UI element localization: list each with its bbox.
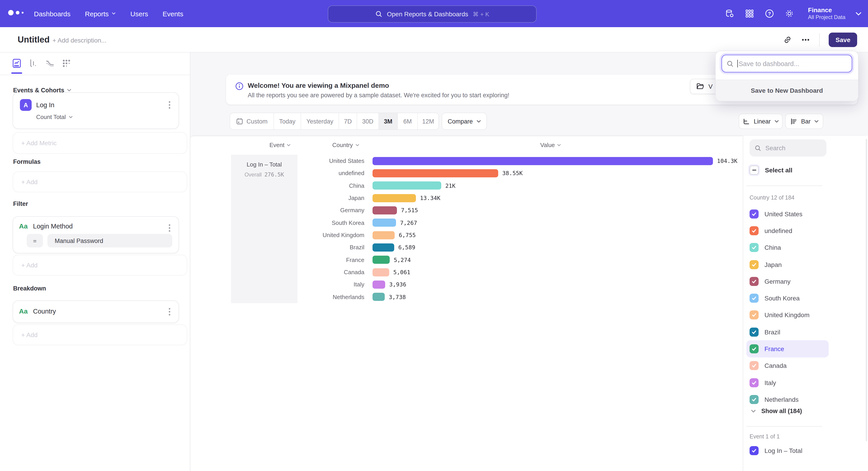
- filter-card[interactable]: Aa Login Method = Manual Password: [13, 216, 179, 254]
- mixpanel-logo-icon[interactable]: [8, 10, 24, 16]
- date-range-today[interactable]: Today: [274, 113, 301, 129]
- breakdown-kebab-icon[interactable]: [166, 306, 173, 318]
- scale-selector-button[interactable]: Linear: [739, 114, 782, 129]
- compare-button[interactable]: Compare: [442, 113, 487, 130]
- select-all-checkbox[interactable]: [749, 166, 758, 175]
- add-breakdown-button[interactable]: + Add: [13, 324, 187, 345]
- date-range-30d[interactable]: 30D: [357, 113, 379, 129]
- tab-flows[interactable]: [45, 58, 56, 69]
- country-checkbox[interactable]: [749, 344, 758, 353]
- bar-segment[interactable]: [373, 256, 390, 264]
- country-checkbox[interactable]: [749, 327, 758, 336]
- bar-segment[interactable]: [373, 194, 416, 202]
- country-checkbox[interactable]: [749, 361, 758, 370]
- save-dashboard-search-input[interactable]: Save to dashboard...: [721, 55, 852, 72]
- save-button[interactable]: Save: [829, 32, 857, 47]
- select-all-row[interactable]: Select all: [749, 166, 792, 175]
- country-checkbox[interactable]: [749, 209, 758, 218]
- nav-item-reports[interactable]: Reports: [85, 10, 116, 18]
- breakdown-card[interactable]: Aa Country: [13, 300, 179, 323]
- bar-category-label: undefined: [190, 170, 364, 177]
- date-range-yesterday[interactable]: Yesterday: [301, 113, 339, 129]
- share-link-icon[interactable]: [783, 35, 792, 44]
- metric-aggregation[interactable]: Count Total: [36, 114, 72, 120]
- filter-property[interactable]: Login Method: [33, 223, 73, 230]
- country-checkbox[interactable]: [749, 243, 758, 252]
- bar-segment[interactable]: [373, 206, 397, 214]
- filter-operator[interactable]: =: [27, 234, 43, 247]
- bar-segment[interactable]: [373, 281, 385, 289]
- bar-segment[interactable]: [373, 219, 396, 227]
- metric-card[interactable]: A Log In Count Total: [13, 92, 179, 129]
- bar-category-label: Netherlands: [190, 294, 364, 300]
- report-title[interactable]: Untitled: [18, 35, 50, 45]
- breakdown-property[interactable]: Country: [33, 308, 56, 315]
- country-checkbox[interactable]: [749, 378, 758, 387]
- column-header-event[interactable]: Event: [270, 142, 291, 148]
- country-checkbox[interactable]: [749, 311, 758, 320]
- bar-value-label: 7,267: [400, 219, 417, 226]
- view-sample-dataset-button[interactable]: V: [690, 79, 719, 94]
- date-range-custom[interactable]: Custom: [230, 113, 274, 129]
- filter-value[interactable]: Manual Password: [48, 234, 172, 247]
- bar-segment[interactable]: [373, 243, 394, 252]
- bar-segment[interactable]: [373, 293, 385, 301]
- add-formula-button[interactable]: + Add: [13, 172, 187, 192]
- nav-item-events[interactable]: Events: [162, 10, 183, 18]
- save-to-new-dashboard-button[interactable]: Save to New Dashboard: [716, 80, 858, 101]
- event-checkbox[interactable]: [749, 446, 758, 455]
- column-header-value[interactable]: Value: [540, 142, 561, 148]
- country-row-undefined[interactable]: undefined: [746, 223, 829, 239]
- tab-retention[interactable]: [61, 58, 72, 69]
- date-range-12m[interactable]: 12M: [418, 113, 438, 129]
- scrollbar[interactable]: [866, 139, 867, 441]
- apps-grid-icon[interactable]: [745, 8, 755, 19]
- country-row-brazil[interactable]: Brazil: [746, 324, 829, 341]
- project-switcher[interactable]: Finance All Project Data: [808, 6, 845, 21]
- add-metric-button[interactable]: + Add Metric: [13, 132, 187, 154]
- date-range-7d[interactable]: 7D: [339, 113, 357, 129]
- country-row-united-kingdom[interactable]: United Kingdom: [746, 307, 829, 324]
- help-icon[interactable]: ?: [765, 8, 775, 19]
- country-row-netherlands[interactable]: Netherlands: [746, 391, 829, 408]
- nav-item-users[interactable]: Users: [130, 10, 148, 18]
- country-row-italy[interactable]: Italy: [746, 374, 829, 391]
- project-chevron-down-icon[interactable]: [855, 11, 862, 16]
- show-all-toggle[interactable]: Show all (184): [751, 408, 802, 414]
- tab-funnels[interactable]: [28, 58, 39, 69]
- metric-kebab-icon[interactable]: [166, 99, 173, 111]
- event-checkbox-row[interactable]: Log In – Total: [749, 446, 802, 455]
- bar-segment[interactable]: [373, 169, 498, 177]
- country-checkbox[interactable]: [749, 260, 758, 269]
- country-row-canada[interactable]: Canada: [746, 357, 829, 374]
- country-row-france[interactable]: France: [746, 341, 829, 357]
- bar-segment[interactable]: [373, 182, 441, 190]
- country-row-united-states[interactable]: United States: [746, 205, 829, 223]
- country-row-china[interactable]: China: [746, 239, 829, 256]
- country-checkbox[interactable]: [749, 294, 758, 303]
- metric-event-name[interactable]: Log In: [36, 99, 55, 111]
- chart-type-button[interactable]: Bar: [785, 114, 823, 129]
- country-row-japan[interactable]: Japan: [746, 256, 829, 273]
- date-range-6m[interactable]: 6M: [398, 113, 418, 129]
- tab-insights[interactable]: [11, 58, 22, 69]
- settings-gear-icon[interactable]: [784, 8, 795, 19]
- date-range-3m[interactable]: 3M: [379, 113, 398, 129]
- country-row-south-korea[interactable]: South Korea: [746, 290, 829, 307]
- column-header-country[interactable]: Country: [332, 142, 359, 148]
- bar-segment[interactable]: [373, 231, 395, 239]
- nav-item-dashboards[interactable]: Dashboards: [34, 10, 70, 18]
- filter-kebab-icon[interactable]: [166, 222, 173, 234]
- global-search-button[interactable]: Open Reports & Dashboards ⌘ + K: [328, 5, 537, 23]
- add-description-placeholder[interactable]: + Add description...: [53, 37, 106, 44]
- data-management-icon[interactable]: [725, 8, 735, 19]
- country-checkbox[interactable]: [749, 277, 758, 286]
- country-checkbox[interactable]: [749, 395, 758, 404]
- add-filter-button[interactable]: + Add: [13, 255, 187, 275]
- country-row-germany[interactable]: Germany: [746, 273, 829, 290]
- bar-segment[interactable]: [373, 157, 713, 165]
- country-checkbox[interactable]: [749, 226, 758, 235]
- more-options-icon[interactable]: [801, 35, 810, 44]
- bar-segment[interactable]: [373, 268, 389, 276]
- series-search-input[interactable]: Search: [749, 139, 827, 156]
